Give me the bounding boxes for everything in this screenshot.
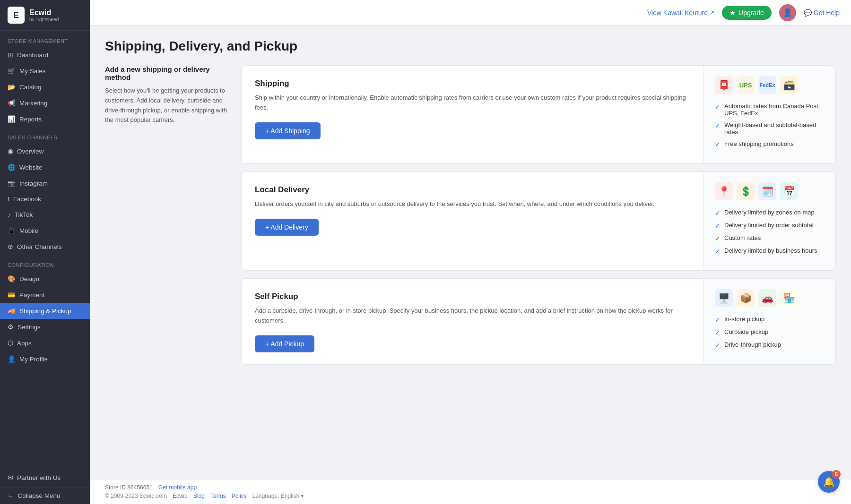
store-management-label: Store management [0,31,90,47]
pickup-feature-1: ✓ In-store pickup [715,316,824,324]
sidebar-item-my-sales[interactable]: 🛒 My Sales [0,63,90,79]
check-icon-d1: ✓ [715,209,721,217]
sidebar-item-website[interactable]: 🌐 Website [0,159,90,175]
external-link-icon: ↗ [710,9,714,16]
footer-top-row: Store ID 86456651 Get mobile app [105,484,836,491]
shipping-feature-3: ✓ Free shipping promotions [715,140,824,148]
sidebar-label-facebook: Facebook [13,196,41,203]
pickup-feature-text-2: Curbside pickup [724,328,768,335]
sidebar-item-payment[interactable]: 💳 Payment [0,287,90,303]
delivery-feature-text-2: Delivery limited by order subtotal [724,222,814,229]
sidebar-item-catalog[interactable]: 📂 Catalog [0,79,90,95]
sidebar-label-reports: Reports [19,116,42,123]
sidebar-label-my-sales: My Sales [19,68,46,75]
sidebar-label-catalog: Catalog [19,84,42,91]
dashboard-icon: ⊞ [8,51,13,59]
profile-icon: 👤 [8,355,16,363]
sidebar-label-apps: Apps [17,340,32,347]
sidebar-label-other-channels: Other Channels [17,243,62,250]
add-delivery-button[interactable]: + Add Delivery [255,219,319,236]
local-delivery-description: Deliver orders yourself in city and subu… [255,199,690,209]
policy-link[interactable]: Policy [232,493,247,499]
collapse-label: Collapse Menu [18,492,61,499]
avatar[interactable]: 👤 [779,4,796,21]
language-selector[interactable]: Language: English ▾ [252,493,304,499]
sidebar-item-tiktok[interactable]: ♪ TikTok [0,207,90,222]
sidebar-item-reports[interactable]: 📊 Reports [0,111,90,127]
notification-button[interactable]: 🔔 5 [818,471,840,493]
sidebar-item-mobile[interactable]: 📱 Mobile [0,222,90,239]
get-help-link[interactable]: 💬 Get Help [804,9,840,17]
sidebar-item-facebook[interactable]: f Facebook [0,191,90,207]
topbar: View Kawaii Kouture ↗ ★ Upgrade 👤 💬 Get … [90,0,851,26]
self-pickup-card-right: 🖥️ 📦 🚗 🏪 ✓ In-store pickup ✓ Curbside pi… [703,279,835,364]
help-icon: 💬 [804,9,812,17]
shipping-feature-text-1: Automatic rates from Canada Post, UPS, F… [724,103,824,117]
two-column-layout: Add a new shipping or delivery method Se… [105,65,836,365]
collapse-menu-button[interactable]: ← Collapse Menu [0,487,90,504]
sidebar-item-instagram[interactable]: 📷 Instagram [0,175,90,191]
sidebar-bottom: ✉ Partner with Us ← Collapse Menu [0,468,90,504]
sidebar-item-settings[interactable]: ⚙ Settings [0,319,90,335]
shipping-feature-text-3: Free shipping promotions [724,140,794,147]
pickup-feature-2: ✓ Curbside pickup [715,328,824,336]
logo-icon: E [8,7,25,24]
get-help-label: Get Help [814,9,840,17]
pickup-feature-text-1: In-store pickup [724,316,764,323]
local-delivery-card-right: 📍 💲 🗓️ 📅 ✓ Delivery limited by zones on … [703,172,835,270]
left-description: Add a new shipping or delivery method Se… [105,65,228,125]
store-icon: 🖥️ [715,289,733,307]
add-pickup-button[interactable]: + Add Pickup [255,335,314,352]
terms-link[interactable]: Terms [210,493,226,499]
check-icon-p2: ✓ [715,329,721,336]
sidebar-label-mobile: Mobile [19,227,38,234]
sidebar-item-other-channels[interactable]: ⊕ Other Channels [0,239,90,255]
ups-icon: UPS [737,76,755,94]
sidebar-item-my-profile[interactable]: 👤 My Profile [0,351,90,367]
mobile-icon: 📱 [8,227,16,234]
delivery-feature-text-3: Custom rates [724,234,761,241]
get-mobile-app-link[interactable]: Get mobile app [158,484,197,491]
section-subtitle: Add a new shipping or delivery method [105,65,228,81]
sidebar-label-tiktok: TikTok [15,211,33,218]
calendar-icon-2: 📅 [780,182,798,200]
upgrade-button[interactable]: ★ Upgrade [722,6,772,20]
delivery-feature-1: ✓ Delivery limited by zones on map [715,209,824,217]
payment-icon: 💳 [8,291,16,299]
sidebar-item-marketing[interactable]: 📢 Marketing [0,95,90,111]
add-shipping-button[interactable]: + Add Shipping [255,122,321,139]
delivery-feature-text-1: Delivery limited by zones on map [724,209,815,216]
sidebar-item-apps[interactable]: ⬡ Apps [0,335,90,351]
partner-with-us-link[interactable]: ✉ Partner with Us [0,468,90,487]
check-icon-2: ✓ [715,122,721,129]
delivery-feature-text-4: Delivery limited by business hours [724,247,817,254]
local-delivery-card: Local Delivery Deliver orders yourself i… [241,171,836,271]
sales-icon: 🛒 [8,67,16,75]
shipping-card-right: 📮 UPS FedEx 🗃️ ✓ Automatic rates from Ca… [703,66,835,163]
view-store-link[interactable]: View Kawaii Kouture ↗ [647,9,714,17]
sidebar-label-overview: Overview [17,148,43,155]
facebook-icon: f [8,196,9,203]
calendar-icon-1: 🗓️ [758,182,776,200]
page-title: Shipping, Delivery, and Pickup [105,39,836,54]
section-description: Select how you'll be getting your produc… [105,86,228,125]
sidebar-item-design[interactable]: 🎨 Design [0,271,90,287]
shipping-feature-text-2: Weight-based and subtotal-based rates [724,121,824,136]
sidebar-item-dashboard[interactable]: ⊞ Dashboard [0,47,90,63]
canada-post-icon: 📮 [715,76,733,94]
sidebar-label-payment: Payment [19,291,44,299]
car-icon: 🚗 [758,289,776,307]
brand-sub: by Lightspeed [29,17,59,22]
pickup-feature-text-3: Drive-through pickup [724,341,781,348]
footer-bottom-row: © 2009-2023 Ecwid.com Ecwid Blog Terms P… [105,493,836,499]
sidebar-item-shipping-pickup[interactable]: 🚚 Shipping & Pickup [0,303,90,319]
self-pickup-title: Self Pickup [255,292,690,301]
sidebar-item-overview[interactable]: ◉ Overview [0,143,90,159]
shipping-feature-2: ✓ Weight-based and subtotal-based rates [715,121,824,136]
shipping-other-icon: 🗃️ [780,76,798,94]
blog-link[interactable]: Blog [193,493,205,499]
ecwid-link[interactable]: Ecwid [173,493,188,499]
check-icon-3: ✓ [715,141,721,148]
design-icon: 🎨 [8,275,16,282]
shipping-card-title: Shipping [255,79,690,88]
